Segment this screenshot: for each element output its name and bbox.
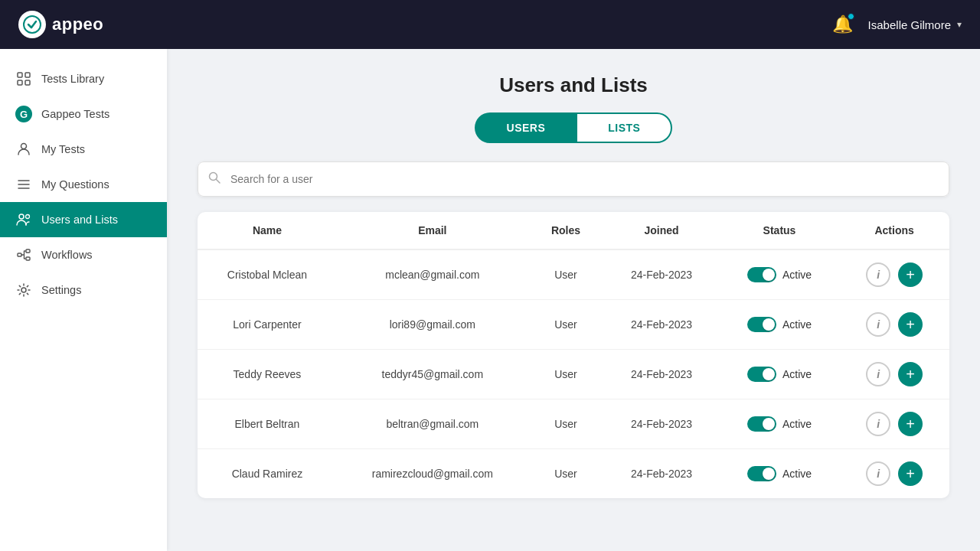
svg-rect-2	[25, 73, 30, 77]
svg-rect-12	[26, 249, 30, 253]
add-button[interactable]: +	[898, 362, 923, 386]
info-button[interactable]: i	[866, 461, 890, 486]
cell-role: User	[528, 399, 604, 449]
add-button[interactable]: +	[898, 412, 923, 436]
table-row: Cristobal Mclean mclean@gmail.com User 2…	[198, 249, 949, 300]
notification-bell[interactable]: 🔔	[832, 15, 853, 34]
chevron-down-icon: ▾	[957, 19, 962, 30]
cell-actions: i +	[839, 449, 949, 499]
cell-actions: i +	[839, 249, 949, 300]
sidebar-label-settings: Settings	[41, 284, 81, 296]
main-content: Users and Lists USERS LISTS Name	[167, 49, 980, 551]
col-header-email: Email	[337, 212, 528, 249]
app-layout: Tests Library G Gappeo Tests My Tests	[0, 49, 980, 551]
col-header-actions: Actions	[839, 212, 949, 249]
cell-joined: 24-Feb-2023	[603, 300, 720, 350]
add-button[interactable]: +	[898, 461, 923, 486]
info-button[interactable]: i	[866, 362, 890, 386]
status-toggle[interactable]	[747, 267, 776, 282]
sidebar-item-users-and-lists[interactable]: Users and Lists	[0, 202, 167, 237]
sidebar-item-workflows[interactable]: Workflows	[0, 237, 167, 272]
table-row: Lori Carpenter lori89@gmail.com User 24-…	[198, 300, 949, 350]
svg-line-16	[217, 180, 220, 184]
svg-point-9	[19, 214, 24, 219]
cell-status: Active	[720, 350, 840, 399]
sidebar: Tests Library G Gappeo Tests My Tests	[0, 49, 167, 551]
status-toggle[interactable]	[747, 466, 776, 481]
col-header-status: Status	[720, 212, 840, 249]
cell-role: User	[528, 249, 604, 300]
lines-icon	[15, 176, 32, 193]
sidebar-label-tests-library: Tests Library	[41, 73, 104, 85]
col-header-name: Name	[198, 212, 337, 249]
table-row: Claud Ramirez ramirezcloud@gmail.com Use…	[198, 449, 949, 499]
svg-rect-4	[25, 80, 30, 85]
cell-role: User	[528, 449, 604, 499]
app-header: appeo 🔔 Isabelle Gilmore ▾	[0, 0, 980, 49]
status-toggle[interactable]	[747, 367, 776, 382]
add-button[interactable]: +	[898, 262, 923, 287]
sidebar-label-gappeo-tests: Gappeo Tests	[41, 108, 109, 120]
info-button[interactable]: i	[866, 262, 890, 287]
tab-lists[interactable]: LISTS	[577, 112, 672, 143]
sidebar-item-my-questions[interactable]: My Questions	[0, 167, 167, 202]
cell-joined: 24-Feb-2023	[603, 249, 720, 300]
notification-dot	[848, 13, 854, 20]
logo-area: appeo	[18, 11, 103, 38]
status-text: Active	[782, 418, 812, 430]
user-menu[interactable]: Isabelle Gilmore ▾	[868, 18, 962, 31]
status-text: Active	[782, 468, 812, 480]
sidebar-item-gappeo-tests[interactable]: G Gappeo Tests	[0, 96, 167, 132]
cell-status: Active	[720, 249, 840, 300]
svg-point-5	[21, 144, 27, 149]
tabs-container: USERS LISTS	[198, 112, 949, 143]
cell-joined: 24-Feb-2023	[603, 449, 720, 499]
gappeo-g-icon: G	[15, 106, 32, 122]
search-icon	[208, 171, 220, 187]
cell-name: Claud Ramirez	[198, 449, 337, 499]
cell-name: Elbert Beltran	[198, 399, 337, 449]
sidebar-item-my-tests[interactable]: My Tests	[0, 132, 167, 167]
page-title: Users and Lists	[198, 73, 949, 97]
cell-joined: 24-Feb-2023	[603, 399, 720, 449]
sidebar-label-my-questions: My Questions	[41, 178, 109, 191]
cell-email: beltran@gmail.com	[337, 399, 528, 449]
sidebar-item-settings[interactable]: Settings	[0, 272, 167, 308]
header-right: 🔔 Isabelle Gilmore ▾	[832, 15, 962, 34]
col-header-joined: Joined	[603, 212, 720, 249]
info-button[interactable]: i	[866, 312, 890, 337]
logo-text: appeo	[52, 15, 103, 34]
status-toggle[interactable]	[747, 317, 776, 332]
cell-name: Cristobal Mclean	[198, 249, 337, 300]
cell-actions: i +	[839, 399, 949, 449]
status-text: Active	[782, 368, 812, 380]
cell-role: User	[528, 300, 604, 350]
tab-users[interactable]: USERS	[475, 112, 577, 143]
grid-icon	[15, 70, 32, 87]
status-toggle[interactable]	[747, 416, 776, 432]
sidebar-label-my-tests: My Tests	[41, 143, 85, 155]
cell-role: User	[528, 350, 604, 399]
svg-rect-1	[18, 73, 22, 77]
table-row: Teddy Reeves teddyr45@gmail.com User 24-…	[198, 350, 949, 399]
info-button[interactable]: i	[866, 412, 890, 436]
cell-email: lori89@gmail.com	[337, 300, 528, 350]
logo-icon	[18, 11, 46, 38]
add-button[interactable]: +	[898, 312, 923, 337]
person-icon	[15, 141, 32, 158]
svg-point-10	[26, 215, 30, 219]
svg-rect-13	[26, 257, 30, 260]
svg-point-14	[21, 288, 26, 292]
search-input[interactable]	[198, 161, 949, 197]
status-text: Active	[782, 269, 812, 281]
svg-point-0	[24, 16, 41, 33]
workflow-icon	[15, 246, 32, 263]
cell-status: Active	[720, 399, 840, 449]
cell-actions: i +	[839, 350, 949, 399]
sidebar-item-tests-library[interactable]: Tests Library	[0, 61, 167, 96]
svg-rect-3	[18, 80, 22, 85]
table-row: Elbert Beltran beltran@gmail.com User 24…	[198, 399, 949, 449]
cell-status: Active	[720, 449, 840, 499]
cell-actions: i +	[839, 300, 949, 350]
cell-name: Lori Carpenter	[198, 300, 337, 350]
